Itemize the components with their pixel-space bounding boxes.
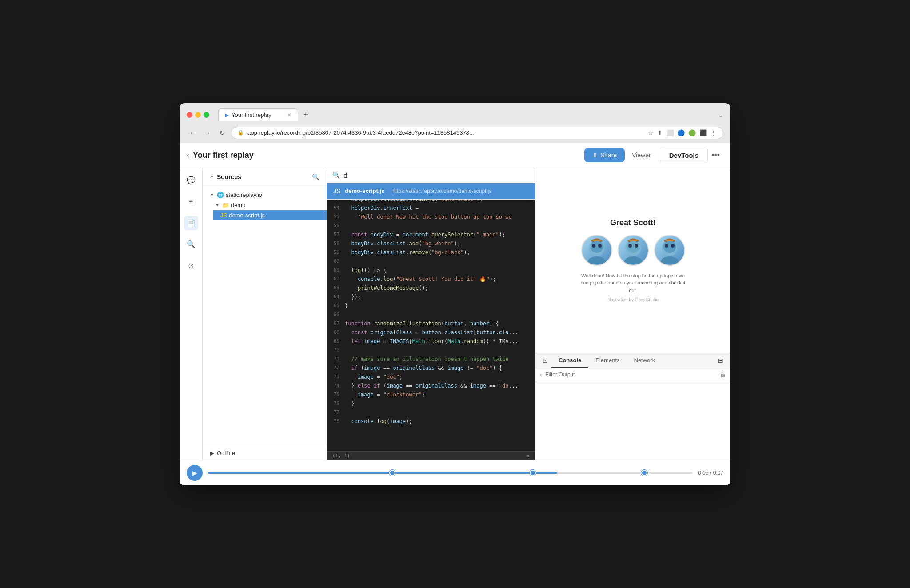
file-tree: ▼ 🌐 static.replay.io ▼ 📁 demo JS demo-sc… [203, 186, 327, 446]
devtools-layout-button[interactable]: ⊟ [714, 353, 727, 368]
svg-point-7 [624, 256, 642, 264]
play-icon: ▶ [192, 469, 197, 476]
sidebar-item-comments[interactable]: 💬 [184, 173, 198, 188]
gs-description: Well done! Now hit the stop button up to… [580, 272, 686, 294]
console-clear-button[interactable]: 🗑 [720, 371, 726, 378]
share-icon: ⬆ [592, 152, 598, 159]
code-line: 60 [327, 257, 535, 266]
result-js-icon: JS [333, 188, 340, 195]
tab-console[interactable]: Console [551, 353, 588, 368]
app-content: ‹ Your first replay ⬆ Share Viewer DevTo… [180, 143, 730, 485]
gs-credit: Illustration by Greg Studio [580, 297, 686, 302]
expand-icon: ▼ [215, 203, 220, 208]
viewer-button[interactable]: Viewer [625, 148, 658, 162]
window-controls: ⌄ [718, 111, 723, 119]
progress-dot-3[interactable] [641, 470, 647, 476]
code-line: 77 [327, 408, 535, 417]
tab-bar: ▶ Your first replay ✕ + [218, 108, 714, 121]
code-line: 59 bodyDiv.classList.remove("bg-black"); [327, 248, 535, 257]
minimize-traffic-light[interactable] [195, 112, 201, 118]
ext4-icon[interactable]: ⬛ [699, 129, 707, 136]
avatar-svg-3 [656, 237, 683, 264]
sources-search-button[interactable]: 🔍 [312, 173, 319, 180]
time-display: 0:05 / 0:07 [698, 470, 723, 476]
menu-icon[interactable]: ⋮ [710, 129, 717, 136]
devtools-console: › 🗑 [535, 368, 730, 460]
globe-icon: 🌐 [217, 192, 224, 198]
code-line: 74 } else if (image == originalClass && … [327, 381, 535, 390]
search-magnifier-icon: 🔍 [332, 172, 340, 179]
progress-fill [208, 472, 557, 474]
ext3-icon[interactable]: 🟢 [688, 129, 696, 136]
svg-point-14 [671, 244, 675, 248]
ext2-icon[interactable]: 🔵 [677, 129, 685, 136]
svg-point-2 [588, 256, 606, 264]
search-input-row: 🔍 [327, 168, 535, 183]
devtools-button[interactable]: DevTools [660, 148, 708, 163]
result-filename: demo-script.js [345, 188, 384, 194]
sidebar-item-search[interactable]: 🔍 [184, 237, 198, 252]
lock-icon: 🔒 [238, 130, 244, 136]
sidebar-item-file[interactable]: 📄 [184, 216, 198, 230]
console-filter-row: › 🗑 [535, 368, 730, 381]
code-line: 56 [327, 221, 535, 230]
playback-bar: ▶ 0:05 / 0:07 [180, 460, 730, 485]
viewer-area: Great Scott! [535, 168, 730, 353]
tab-close-button[interactable]: ✕ [287, 112, 291, 118]
code-line: 63 printWelcomeMessage(); [327, 284, 535, 292]
tab-network[interactable]: Network [627, 353, 663, 368]
sources-section-title: ▼ Sources [210, 173, 241, 180]
cursor-position: (1, 1) [332, 453, 350, 459]
progress-dot-2[interactable] [530, 470, 536, 476]
sources-arrow-icon: ▼ [210, 174, 214, 179]
sidebar-item-list[interactable]: ≡ [184, 195, 198, 209]
file-panel-header: ▼ Sources 🔍 [203, 168, 327, 186]
result-url: https://static.replay.io/demo/demo-scrip… [392, 188, 491, 194]
play-button[interactable]: ▶ [187, 465, 203, 481]
tree-item-demo-script[interactable]: JS demo-script.js [213, 210, 327, 220]
outline-toggle[interactable]: ▶ Outline [210, 450, 319, 456]
title-bar: ▶ Your first replay ✕ + ⌄ [180, 103, 730, 125]
great-scott-card: Great Scott! [571, 209, 695, 312]
code-line: 66 [327, 310, 535, 319]
expand-icon: ▼ [210, 192, 214, 197]
new-tab-button[interactable]: + [302, 108, 310, 121]
code-line: 65 } [327, 301, 535, 310]
sidebar-icons: 💬 ≡ 📄 🔍 ⊙ [180, 168, 203, 460]
reload-button[interactable]: ↻ [217, 128, 228, 138]
address-bar[interactable]: 🔒 app.replay.io/recording/b1f85807-2074-… [231, 127, 723, 139]
sidebar-item-settings[interactable]: ⊙ [184, 259, 198, 273]
svg-point-9 [635, 244, 638, 248]
forward-button[interactable]: → [202, 128, 213, 138]
tab-title: Your first replay [231, 112, 271, 118]
code-line: 73 image = "doc"; [327, 372, 535, 381]
code-line: 69 let image = IMAGES[Math.floor(Math.ra… [327, 337, 535, 346]
svg-point-13 [665, 244, 668, 248]
devtools-panel-icon[interactable]: ⊡ [539, 353, 551, 368]
code-line: 55 "Well done! Now hit the stop button u… [327, 212, 535, 221]
code-line: 76 } [327, 399, 535, 408]
search-result-item[interactable]: JS demo-script.js https://static.replay.… [327, 183, 535, 199]
progress-dot-1[interactable] [389, 470, 395, 476]
ext1-icon[interactable]: ⬜ [666, 129, 674, 136]
maximize-traffic-light[interactable] [204, 112, 209, 118]
browser-tab[interactable]: ▶ Your first replay ✕ [218, 108, 298, 121]
tree-item-domain[interactable]: ▼ 🌐 static.replay.io [203, 190, 327, 200]
console-filter-input[interactable] [545, 372, 716, 378]
gs-title: Great Scott! [580, 218, 686, 228]
tab-elements[interactable]: Elements [588, 353, 627, 368]
star-icon[interactable]: ☆ [648, 129, 654, 136]
more-options-button[interactable]: ••• [708, 149, 723, 162]
code-content: 53 helperDiv.classList.remove("text-whit… [327, 168, 535, 451]
close-traffic-light[interactable] [187, 112, 192, 118]
progress-track[interactable] [208, 472, 693, 474]
app-back-button[interactable]: ‹ [187, 151, 189, 160]
svg-point-4 [598, 244, 602, 248]
browser-chrome: ▶ Your first replay ✕ + ⌄ ← → ↻ 🔒 app.re… [180, 103, 730, 143]
share-button[interactable]: ⬆ Share [584, 148, 625, 162]
main-layout: 💬 ≡ 📄 🔍 ⊙ ▼ Sources 🔍 ▼ [180, 168, 730, 460]
share-icon[interactable]: ⬆ [657, 129, 663, 136]
file-search-input[interactable] [343, 172, 530, 179]
tree-item-demo-folder[interactable]: ▼ 📁 demo [208, 200, 327, 210]
back-button[interactable]: ← [187, 128, 198, 138]
